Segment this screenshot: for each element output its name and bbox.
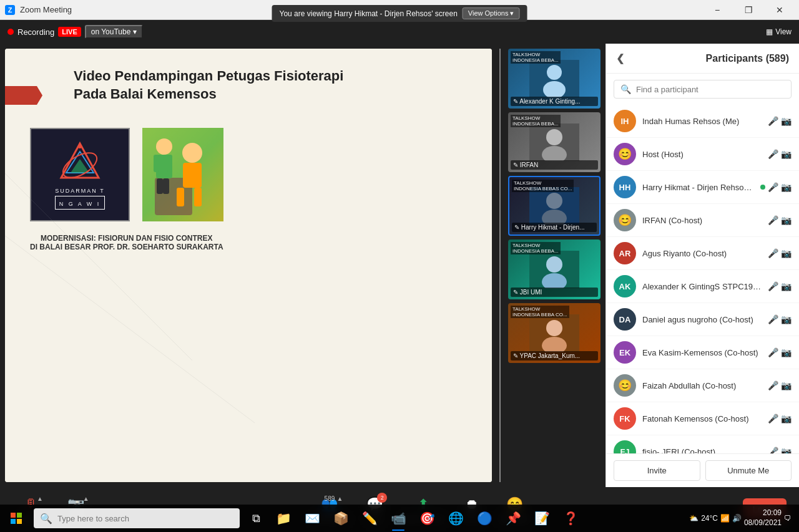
avatar: 😊 [614,143,636,165]
task-view-button[interactable]: ⧉ [243,505,268,532]
panel-title: Participants (589) [706,53,789,64]
svg-point-24 [546,129,562,145]
notification-text: You are viewing Harry Hikmat - Dirjen Re… [280,9,458,18]
volume-icon: 🔊 [732,514,742,523]
thumb-label-1: ✎ Alexander K Ginting... [511,97,598,106]
thumb-talkshow-badge-3: TALKSHOWINDONESIA BEBAS CO... [512,180,574,192]
view-button[interactable]: ▦ View [766,27,792,36]
mic-muted-icon: 🎤 [768,414,778,423]
taskbar-app1[interactable]: ✏️ [356,505,383,532]
svg-rect-18 [163,178,169,194]
unmute-me-button[interactable]: Unmute Me [705,460,792,481]
clock-display[interactable]: 20:09 08/09/2021 [744,508,782,528]
minimize-button[interactable]: − [703,0,732,20]
svg-point-20 [547,65,562,80]
avatar: EK [614,341,636,364]
content-row: Video Pendampingan Petugas FisioterapiPa… [0,44,799,487]
taskbar-file-explorer[interactable]: 📁 [270,505,297,532]
participant-item[interactable]: AR Agus Riyanto (Co-host) 🎤 📷 [606,237,799,270]
taskbar-search[interactable]: 🔍 [34,508,240,528]
start-button[interactable] [2,505,30,532]
thumbnail-1[interactable]: TALKSHOWINDONESIA BEBA... ✎ Alexander K … [508,49,600,109]
windows-logo-icon [11,513,22,524]
thumbnail-3-active[interactable]: TALKSHOWINDONESIA BEBAS CO... ✎ Harry Hi… [508,176,600,236]
thumbnail-4[interactable]: TALKSHOWINDONESIA BEBA... ✎ JBI UMI [508,239,600,299]
participant-info: fisio- JERI (Co-host) [642,447,762,454]
participant-item[interactable]: FJ fisio- JERI (Co-host) 🎤 📷 [606,435,799,453]
svg-rect-12 [194,188,202,206]
taskbar-zoom[interactable]: 📹 [385,505,412,532]
participant-item[interactable]: AK Alexander K GintingS STPC19 (Co-host)… [606,270,799,303]
participant-name: Agus Riyanto (Co-host) [642,249,762,258]
participant-icons: 🎤 📷 [760,182,792,192]
title-bar-controls: − ❐ ✕ [703,0,794,20]
mic-icon: 🎤 [768,314,778,324]
participant-info: Daniel agus nugroho (Co-host) [642,315,762,324]
recording-dot [7,29,14,35]
invite-button[interactable]: Invite [614,460,700,481]
cam-off-icon: 📷 [781,182,792,192]
participant-info: Agus Riyanto (Co-host) [642,249,762,258]
youtube-button[interactable]: on YouTube ▾ [85,25,143,39]
participant-name: Fatonah Kemensos (Co-host) [642,414,762,423]
participant-item[interactable]: HH Harry Hikmat - Dirjen Rehsos (Co-host… [606,171,799,204]
participant-item[interactable]: DA Daniel agus nugroho (Co-host) 🎤 📷 [606,303,799,336]
taskbar-word[interactable]: 📝 [528,505,556,532]
participant-item[interactable]: 😊 Host (Host) 🎤 📷 [606,138,799,171]
cam-off-icon: 📷 [781,447,792,453]
thumb-talkshow-badge-1: TALKSHOWINDONESIA BEBA... [511,51,561,64]
logo-svg [55,140,105,184]
taskbar-edge[interactable]: 🌐 [442,505,469,532]
svg-rect-17 [157,178,163,194]
main-video-area: Video Pendampingan Petugas FisioterapiPa… [5,49,492,482]
participant-name: IRFAN (Co-host) [642,216,762,225]
svg-rect-15 [154,155,159,172]
participant-icons: 🎤 📷 [768,314,792,324]
thumbnail-2[interactable]: TALKSHOWINDONESIA BEBA... ✎ IRFAN [508,112,600,172]
mic-muted-icon: 🎤 [768,149,778,159]
side-videos: TALKSHOWINDONESIA BEBA... ✎ Alexander K … [508,49,600,482]
participant-item[interactable]: 😊 Faizah Abdullah (Co-host) 🎤 📷 [606,369,799,402]
participant-icons: 🎤 📷 [768,248,792,258]
title-bar-left: Z Zoom Meeting [5,5,72,15]
taskbar-help[interactable]: ❓ [557,505,584,532]
close-button[interactable]: ✕ [765,0,794,20]
cam-off-icon: 📷 [781,414,792,423]
participant-icons: 🎤 📷 [768,380,792,390]
panel-footer: Invite Unmute Me [606,453,799,487]
taskbar-chrome[interactable]: 🔵 [471,505,498,532]
svg-rect-11 [177,188,184,206]
taskbar-mail[interactable]: ✉️ [298,505,326,532]
search-icon: 🔍 [620,84,631,94]
participant-item[interactable]: 😊 IRFAN (Co-host) 🎤 📷 [606,204,799,237]
thumbnail-5[interactable]: TALKSHOWINDONESIA BEBA CO... ✎ YPAC Jaka… [508,303,600,363]
search-icon: 🔍 [40,513,52,525]
taskbar-left: 🔍 ⧉ 📁 ✉️ 📦 ✏️ 📹 🎯 🌐 🔵 📌 📝 ❓ [2,505,584,532]
restore-button[interactable]: ❐ [734,0,763,20]
notification-center-icon[interactable]: 🗨 [784,514,792,523]
avatar: FK [614,407,636,430]
search-box[interactable]: 🔍 [614,80,792,99]
taskbar-dropbox[interactable]: 📦 [327,505,355,532]
thumb-person-5 [529,314,579,352]
cam-caret: ▲ [83,495,89,502]
panel-divider[interactable] [499,49,501,482]
participant-item[interactable]: EK Eva Kasim-Kemensos (Co-host) 🎤 📷 [606,336,799,369]
logo-text-bottom: N G A W I [55,196,105,210]
taskbar-sticky[interactable]: 📌 [499,505,527,532]
participant-item[interactable]: FK Fatonah Kemensos (Co-host) 🎤 📷 [606,402,799,435]
svg-rect-37 [17,513,22,518]
search-input[interactable] [57,514,233,523]
slide-images-row: SUDARMAN T N G A W I [30,128,223,221]
mic-active-icon: 🎤 [768,182,778,192]
participant-search-input[interactable] [636,85,785,94]
mic-muted-icon: 🎤 [768,281,778,291]
window-title: Zoom Meeting [20,5,72,14]
mic-icon: 🎤 [768,215,778,225]
svg-rect-29 [529,187,579,225]
taskbar-app2[interactable]: 🎯 [413,505,441,532]
participant-info: Alexander K GintingS STPC19 (Co-host) [642,282,762,291]
panel-collapse-icon[interactable]: ❮ [616,52,624,64]
view-options-button[interactable]: View Options ▾ [463,7,520,19]
participant-item[interactable]: IH Indah Humas Rehsos (Me) 🎤 📷 [606,105,799,138]
